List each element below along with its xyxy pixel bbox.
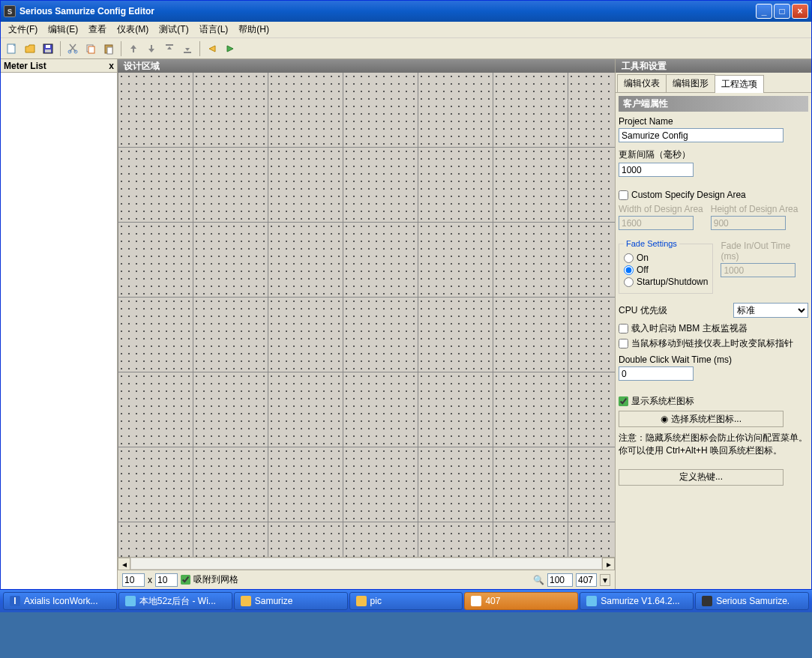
menubar: 文件(F) 编辑(E) 查看 仪表(M) 测试(T) 语言(L) 帮助(H)	[1, 22, 811, 38]
snap-to-grid-checkbox[interactable]: 吸附到网格	[181, 573, 238, 586]
back-icon[interactable]	[204, 40, 220, 57]
grid-width-input[interactable]	[122, 573, 145, 587]
taskbar-item-407[interactable]: 407	[464, 592, 578, 610]
taskbar-item-axialis[interactable]: IAxialis IconWork...	[3, 592, 117, 610]
mbm-checkbox[interactable]: 载入时启动 MBM 主板监视器	[619, 322, 808, 335]
align-bottom-icon[interactable]	[179, 40, 196, 57]
tools-panel-title: 工具和设置	[616, 59, 811, 73]
tab-edit-graphic[interactable]: 编辑图形	[666, 74, 715, 92]
new-icon[interactable]	[4, 40, 20, 57]
app-window: s Serious Samurize Config Editor _ □ × 文…	[0, 0, 812, 590]
taskbar-item-pic[interactable]: pic	[349, 592, 463, 610]
zoom-input[interactable]	[547, 573, 573, 587]
grid-x-label: x	[148, 575, 152, 585]
dropdown-icon[interactable]: ▾	[600, 574, 610, 586]
svg-rect-3	[45, 49, 51, 52]
fade-legend: Fade Settings	[624, 239, 679, 248]
fade-startup-radio[interactable]: Startup/Shutdown	[624, 277, 708, 287]
grid-height-input[interactable]	[155, 573, 178, 587]
dblclick-label: Double Click Wait Time (ms)	[619, 354, 808, 365]
canvas-scroll[interactable]	[118, 73, 615, 557]
svg-rect-10	[133, 49, 134, 52]
tools-panel: 工具和设置 编辑仪表 编辑图形 工程选项 客户端属性 Project Name …	[615, 59, 811, 589]
menu-help[interactable]: 帮助(H)	[234, 22, 274, 37]
width-label: Width of Design Area	[619, 204, 703, 214]
meter-list-panel: Meter List x	[1, 59, 118, 589]
cut-icon[interactable]	[64, 40, 81, 57]
dblclick-input[interactable]	[619, 366, 694, 381]
meter-list[interactable]	[1, 73, 117, 589]
status-bar: x 吸附到网格 🔍 ▾	[118, 570, 615, 589]
fade-on-radio[interactable]: On	[624, 253, 708, 263]
interval-input[interactable]	[619, 163, 694, 177]
menu-view[interactable]: 查看	[84, 22, 111, 37]
menu-meter[interactable]: 仪表(M)	[112, 22, 153, 37]
cpu-priority-select[interactable]: 标准	[733, 303, 808, 318]
tab-project-options[interactable]: 工程选项	[715, 75, 764, 93]
design-area-title: 设计区域	[118, 59, 615, 73]
design-canvas[interactable]	[118, 73, 615, 557]
choose-tray-icon-button[interactable]: ◉ 选择系统栏图标...	[619, 411, 784, 427]
interval-label: 更新间隔（毫秒）	[619, 148, 808, 161]
maximize-button[interactable]: □	[774, 4, 790, 19]
tray-note: 注意：隐藏系统栏图标会防止你访问配置菜单。你可以使用 Ctrl+Alt+H 唤回…	[619, 432, 808, 457]
meter-list-title: Meter List	[4, 61, 46, 71]
taskbar-item-serious[interactable]: Serious Samurize.	[695, 592, 809, 610]
tray-icon: ◉	[661, 414, 668, 424]
svg-rect-13	[184, 52, 191, 53]
align-up-icon[interactable]	[125, 40, 142, 57]
svg-rect-12	[166, 44, 173, 46]
zoom-icon[interactable]: 🔍	[533, 575, 544, 585]
panel-close-icon[interactable]: x	[109, 61, 114, 71]
open-icon[interactable]	[22, 40, 38, 57]
scroll-left-icon[interactable]: ◂	[118, 558, 130, 570]
toolbar	[1, 38, 811, 59]
scroll-right-icon[interactable]: ▸	[602, 558, 615, 570]
align-down-icon[interactable]	[143, 40, 160, 57]
menu-test[interactable]: 测试(T)	[154, 22, 193, 37]
cursor-checkbox[interactable]: 当鼠标移动到链接仪表上时改变鼠标指针	[619, 337, 808, 350]
project-name-label: Project Name	[619, 116, 808, 127]
custom-area-checkbox[interactable]: Custom Specify Design Area	[619, 190, 808, 200]
project-name-input[interactable]	[619, 128, 784, 142]
cpu-priority-label: CPU 优先级	[619, 304, 726, 317]
svg-rect-2	[46, 45, 50, 48]
menu-file[interactable]: 文件(F)	[4, 22, 42, 37]
taskbar-item-52z[interactable]: 本地52z后台 - Wi...	[118, 592, 232, 610]
horizontal-scrollbar[interactable]: ◂ ▸	[118, 557, 615, 570]
svg-rect-7	[88, 46, 94, 53]
width-input	[619, 216, 694, 230]
client-props-header: 客户端属性	[619, 96, 808, 112]
zoom-input-2[interactable]	[576, 573, 597, 587]
define-hotkeys-button[interactable]: 定义热键...	[619, 469, 784, 486]
titlebar: s Serious Samurize Config Editor _ □ ×	[1, 1, 811, 22]
app-icon: s	[4, 5, 16, 17]
minimize-button[interactable]: _	[756, 4, 772, 19]
taskbar-item-samurize-folder[interactable]: Samurize	[234, 592, 348, 610]
show-tray-checkbox[interactable]: 显示系统栏图标	[619, 395, 808, 408]
tab-edit-meter[interactable]: 编辑仪表	[617, 74, 667, 92]
svg-rect-11	[151, 45, 152, 49]
taskbar-item-samurize-ver[interactable]: Samurize V1.64.2...	[580, 592, 694, 610]
menu-language[interactable]: 语言(L)	[195, 22, 233, 37]
fade-time-label: Fade In/Out Time (ms)	[721, 241, 808, 262]
fade-off-radio[interactable]: Off	[624, 265, 708, 275]
menu-edit[interactable]: 编辑(E)	[43, 22, 82, 37]
fade-time-input	[721, 263, 796, 277]
paste-icon[interactable]	[100, 40, 117, 57]
close-button[interactable]: ×	[792, 4, 808, 19]
window-title: Serious Samurize Config Editor	[19, 6, 756, 16]
forward-icon[interactable]	[222, 40, 238, 57]
height-label: Height of Design Area	[711, 204, 799, 214]
taskbar: IAxialis IconWork... 本地52z后台 - Wi... Sam…	[0, 590, 812, 612]
copy-icon[interactable]	[82, 40, 99, 57]
align-top-icon[interactable]	[161, 40, 178, 57]
svg-rect-9	[107, 47, 112, 54]
height-input	[711, 216, 786, 230]
save-icon[interactable]	[40, 40, 56, 57]
